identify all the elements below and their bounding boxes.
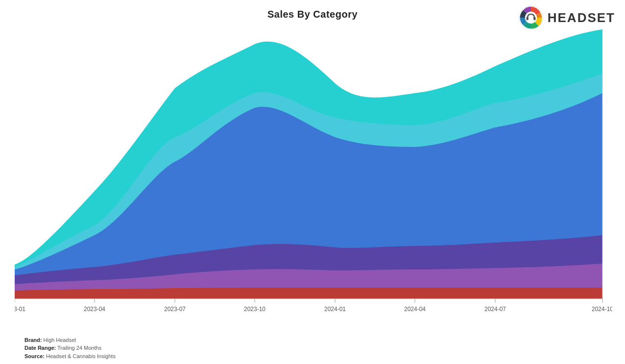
xaxis-label-0: 2023-01 xyxy=(15,306,25,313)
area-chart: 2023-01 2023-04 2023-07 2023-10 2024-01 … xyxy=(15,29,612,323)
svg-rect-2 xyxy=(526,17,528,20)
chart-svg-wrapper: 2023-01 2023-04 2023-07 2023-10 2024-01 … xyxy=(15,29,612,328)
footer-date-label: Date Range: xyxy=(24,345,56,351)
headset-logo: HEADSET xyxy=(518,5,615,30)
chart-footer: Brand: High Headset Date Range: Trailing… xyxy=(24,336,116,361)
footer-source-label: Source: xyxy=(24,353,45,359)
footer-brand-label: Brand: xyxy=(24,337,42,343)
xaxis-label-3: 2023-10 xyxy=(244,306,265,313)
svg-rect-3 xyxy=(533,17,535,20)
footer-date: Date Range: Trailing 24 Months xyxy=(24,344,116,352)
footer-source-value: Headset & Cannabis Insights xyxy=(46,353,116,359)
headset-logo-icon xyxy=(518,5,544,30)
chart-container: Sales By Category xyxy=(0,0,625,364)
xaxis-label-5: 2024-04 xyxy=(404,306,426,313)
xaxis-label-6: 2024-07 xyxy=(484,306,506,313)
xaxis-label-2: 2023-07 xyxy=(164,306,186,313)
headset-logo-text: HEADSET xyxy=(548,10,615,25)
footer-source: Source: Headset & Cannabis Insights xyxy=(24,352,116,361)
xaxis-label-1: 2023-04 xyxy=(84,306,105,313)
footer-brand: Brand: High Headset xyxy=(24,336,116,344)
xaxis-label-7: 2024-10 xyxy=(592,306,612,313)
area-beverage xyxy=(15,288,602,299)
footer-date-value: Trailing 24 Months xyxy=(57,345,101,351)
footer-brand-value: High Headset xyxy=(44,337,76,343)
xaxis-label-4: 2024-01 xyxy=(324,306,346,313)
